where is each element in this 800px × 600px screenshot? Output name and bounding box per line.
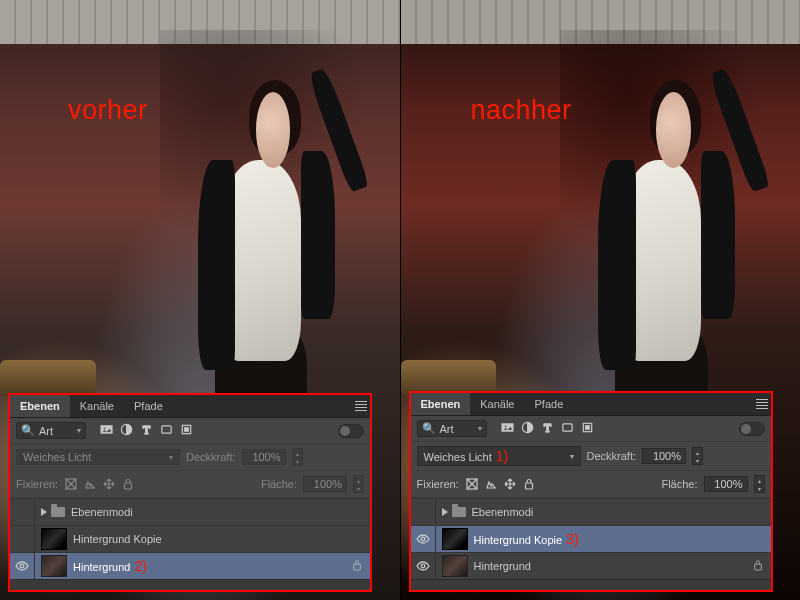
lock-row: Fixieren: Fläche: 100% ▴▾ <box>10 471 370 498</box>
blend-row: Weiches Licht ▾ Deckkraft: 100% ▴▾ <box>10 444 370 471</box>
panel-footer <box>10 579 370 590</box>
layer-name: Hintergrund Kopie3) <box>474 531 771 547</box>
panel-menu-icon[interactable] <box>753 393 771 415</box>
filter-type-icons <box>501 421 594 436</box>
layer-group-row[interactable]: Ebenenmodi <box>411 498 771 525</box>
blend-mode-select[interactable]: Weiches Licht1) ▾ <box>417 446 581 466</box>
lock-label: Fixieren: <box>16 478 58 490</box>
search-icon: 🔍 <box>21 424 35 437</box>
tab-layers[interactable]: Ebenen <box>10 395 70 417</box>
layer-thumbnail[interactable] <box>41 555 67 577</box>
fill-stepper[interactable]: ▴▾ <box>353 475 364 493</box>
annotation-1: 1) <box>496 448 508 464</box>
layer-name: Hintergrund Kopie <box>73 533 370 545</box>
annotation-3: 3) <box>566 531 578 547</box>
svg-rect-20 <box>754 564 761 570</box>
photo-pipe <box>0 360 96 396</box>
opacity-value[interactable]: 100% <box>242 449 286 465</box>
lock-transparent-icon[interactable] <box>64 477 78 491</box>
opacity-label: Deckkraft: <box>587 450 637 462</box>
disclosure-triangle-icon[interactable] <box>41 508 47 516</box>
lock-all-icon[interactable] <box>522 477 536 491</box>
layer-thumbnail[interactable] <box>442 528 468 550</box>
filter-kind-label: Art <box>440 423 474 435</box>
opacity-stepper[interactable]: ▴▾ <box>692 447 703 465</box>
blend-row: Weiches Licht1) ▾ Deckkraft: 100% ▴▾ <box>411 442 771 471</box>
filter-adjust-icon[interactable] <box>521 421 534 436</box>
fill-value[interactable]: 100% <box>704 476 748 492</box>
folder-icon <box>452 507 466 517</box>
lock-pixels-icon[interactable] <box>83 477 97 491</box>
layer-list: Ebenenmodi Hintergrund Kopie Hintergrund… <box>10 498 370 579</box>
visibility-toggle[interactable] <box>411 499 436 525</box>
fill-label: Fläche: <box>261 478 297 490</box>
blend-mode-select[interactable]: Weiches Licht ▾ <box>16 449 180 465</box>
svg-point-19 <box>421 564 425 568</box>
svg-rect-9 <box>354 564 361 570</box>
filter-pixel-icon[interactable] <box>100 423 113 438</box>
chevron-down-icon: ▾ <box>570 452 574 461</box>
visibility-toggle[interactable] <box>10 499 35 525</box>
svg-rect-7 <box>125 483 132 489</box>
tab-paths[interactable]: Pfade <box>525 393 574 415</box>
filter-smart-icon[interactable] <box>180 423 193 438</box>
blend-mode-value: Weiches Licht <box>23 451 91 463</box>
layer-thumbnail[interactable] <box>41 528 67 550</box>
layer-filter-kind[interactable]: 🔍 Art ▾ <box>417 420 487 437</box>
panel-tabs: Ebenen Kanäle Pfade <box>10 395 370 418</box>
visibility-toggle[interactable] <box>10 526 35 552</box>
layer-group-row[interactable]: Ebenenmodi <box>10 498 370 525</box>
tab-layers[interactable]: Ebenen <box>411 393 471 415</box>
fill-stepper[interactable]: ▴▾ <box>754 475 765 493</box>
layer-copy-row[interactable]: Hintergrund Kopie <box>10 525 370 552</box>
filter-adjust-icon[interactable] <box>120 423 133 438</box>
before-label: vorher <box>68 95 148 126</box>
filter-shape-icon[interactable] <box>160 423 173 438</box>
comparison-stage: vorher Ebenen Kanäle Pfade 🔍 Art ▾ <box>0 0 800 600</box>
chevron-down-icon: ▾ <box>169 453 173 462</box>
layer-list: Ebenenmodi Hintergrund Kopie3) Hintergru… <box>411 498 771 579</box>
chevron-down-icon: ▾ <box>77 426 81 435</box>
filter-type-icon[interactable] <box>541 421 554 436</box>
panel-tabs: Ebenen Kanäle Pfade <box>411 393 771 416</box>
filter-type-icon[interactable] <box>140 423 153 438</box>
tab-channels[interactable]: Kanäle <box>470 393 524 415</box>
lock-pixels-icon[interactable] <box>484 477 498 491</box>
visibility-toggle[interactable] <box>10 553 35 579</box>
layer-name: Hintergrund2) <box>73 558 352 574</box>
tab-paths[interactable]: Pfade <box>124 395 173 417</box>
lock-transparent-icon[interactable] <box>465 477 479 491</box>
panel-footer <box>411 579 771 590</box>
layer-bg-row[interactable]: Hintergrund <box>411 552 771 579</box>
layer-thumbnail[interactable] <box>442 555 468 577</box>
opacity-stepper[interactable]: ▴▾ <box>292 448 303 466</box>
opacity-value[interactable]: 100% <box>642 448 686 464</box>
filter-row: 🔍 Art ▾ <box>10 418 370 444</box>
panel-menu-icon[interactable] <box>352 395 370 417</box>
filter-toggle[interactable] <box>739 422 765 436</box>
tab-channels[interactable]: Kanäle <box>70 395 124 417</box>
layers-panel-after: Ebenen Kanäle Pfade 🔍 Art ▾ <box>409 391 773 592</box>
search-icon: 🔍 <box>422 422 436 435</box>
lock-label: Fixieren: <box>417 478 459 490</box>
layer-bg-row[interactable]: Hintergrund2) <box>10 552 370 579</box>
layers-panel-before: Ebenen Kanäle Pfade 🔍 Art ▾ <box>8 393 372 592</box>
filter-pixel-icon[interactable] <box>501 421 514 436</box>
lock-position-icon[interactable] <box>102 477 116 491</box>
fill-value[interactable]: 100% <box>303 476 347 492</box>
disclosure-triangle-icon[interactable] <box>442 508 448 516</box>
filter-type-icons <box>100 423 193 438</box>
layer-copy-row[interactable]: Hintergrund Kopie3) <box>411 525 771 552</box>
filter-toggle[interactable] <box>338 424 364 438</box>
filter-row: 🔍 Art ▾ <box>411 416 771 442</box>
fill-label: Fläche: <box>661 478 697 490</box>
lock-all-icon[interactable] <box>121 477 135 491</box>
layer-filter-kind[interactable]: 🔍 Art ▾ <box>16 422 86 439</box>
visibility-toggle[interactable] <box>411 553 436 579</box>
filter-smart-icon[interactable] <box>581 421 594 436</box>
svg-point-18 <box>421 537 425 541</box>
lock-position-icon[interactable] <box>503 477 517 491</box>
visibility-toggle[interactable] <box>411 526 436 552</box>
filter-shape-icon[interactable] <box>561 421 574 436</box>
annotation-2: 2) <box>134 558 146 574</box>
